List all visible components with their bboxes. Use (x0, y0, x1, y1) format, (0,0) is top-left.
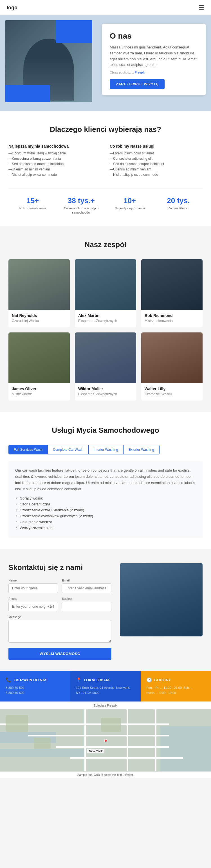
hamburger-icon[interactable]: ☰ (199, 4, 204, 11)
services-section: Usługi Mycia Samochodowego Full Services… (0, 412, 211, 549)
team-member-role: Ekspert ds. Zewnętrznych (78, 392, 133, 396)
email-input[interactable] (62, 584, 111, 593)
team-card: Alex Martin Ekspert ds. Zewnętrznych (75, 259, 136, 328)
stat-label: Całkowita liczba umytych samochodów (57, 206, 106, 215)
services-tab[interactable]: Complete Car Wash (48, 445, 89, 454)
team-title: Nasz zespół (8, 240, 203, 249)
service-checklist-item: Gorący wossk (15, 496, 196, 500)
phone-label: Phone (8, 597, 58, 600)
map-road-v3 (155, 709, 156, 771)
stat-number: 15+ (8, 196, 57, 205)
contact-photo (120, 563, 203, 637)
map-footer: Sample text. Click to select the Text El… (0, 771, 211, 778)
stat-item: 15+ Rok doświadczenia (8, 196, 57, 215)
hero-image-credit: Obraz pochodzi z Freepik (110, 70, 198, 75)
form-group-phone: Phone (8, 597, 58, 611)
service-checklist-item: Ozona ceramiczna (15, 502, 196, 506)
contact-photo-inner (120, 563, 203, 637)
team-photo (8, 259, 70, 310)
stat-item: 20 tys. Zaufani Klienci (154, 196, 203, 215)
subject-label: Subject (62, 597, 111, 600)
team-grid: Nat Reynolds Czarodziej Wosku Alex Marti… (8, 259, 203, 401)
services-tabs: Full Services WashComplete Car WashInter… (8, 445, 160, 455)
service-checklist-item: Wyczyszczenie okien (15, 526, 196, 530)
info-card-header: 🕐 GODZINY (146, 677, 205, 683)
contact-image-credit: Zdjęcia z Freepik (0, 702, 211, 709)
stat-number: 20 tys. (154, 196, 203, 205)
why-col2-list: Lorem ipsum dolor sit ametConsectetur ad… (110, 151, 203, 177)
logo: logo (7, 5, 17, 11)
team-card: Nat Reynolds Czarodziej Wosku (8, 259, 70, 328)
contact-section: Skontaktuj się z nami Name Email Phone S… (0, 549, 211, 671)
team-member-name: Wiktor Muller (78, 386, 133, 391)
team-photo (141, 333, 203, 383)
hero-section: O nas Massa ultrices mi quis hendrerit. … (0, 15, 211, 111)
form-group-email: Email (62, 579, 111, 593)
name-input[interactable] (8, 584, 58, 593)
info-card-line: Pon. - Pt. ... 11:00 - 21:00, Sob. - (146, 685, 205, 690)
info-card-icon: 📍 (76, 677, 81, 683)
map-pin (104, 739, 107, 742)
team-member-role: Mistrz polerowania (145, 319, 199, 323)
hero-image (5, 20, 92, 102)
why-section: Dlaczego klienci wybierają nas? Najlepsz… (0, 111, 211, 226)
image-credit-link[interactable]: Freepik (135, 71, 145, 74)
info-cards: 📞 ZADZWOŃ DO NAS 8-800-70-5008-800-70-60… (0, 671, 211, 702)
services-text: Our car wash facilities feature flat-bel… (15, 467, 196, 492)
hero-title: O nas (110, 32, 198, 40)
info-card-line: 8-800-70-500 (6, 685, 65, 690)
hero-paragraph: Massa ultrices mi quis hendrerit. Ac ut … (110, 44, 198, 68)
submit-button[interactable]: WYŚLIJ WIADOMOŚĆ (8, 648, 111, 660)
team-section: Nasz zespół Nat Reynolds Czarodziej Wosk… (0, 226, 211, 412)
stat-item: 38 tys.+ Całkowita liczba umytych samoch… (57, 196, 106, 215)
team-member-role: Mistrz wnętrz (12, 392, 66, 396)
why-col-2: Co robimy Nasze usługi Lorem ipsum dolor… (110, 144, 203, 178)
navbar: logo ☰ (0, 0, 211, 15)
subject-input[interactable] (62, 602, 111, 611)
phone-input[interactable] (8, 602, 58, 611)
hero-card: O nas Massa ultrices mi quis hendrerit. … (102, 24, 206, 95)
team-card: Walter Lilly Czarodziej Wosku (141, 333, 203, 401)
info-card-title: ZADZWOŃ DO NAS (13, 678, 47, 682)
why-col1-item: Sed do eiusmod moment incididunt (8, 162, 101, 166)
contact-title: Skontaktuj się z nami (8, 563, 111, 572)
message-label: Message (8, 615, 111, 619)
map-water-3 (161, 726, 211, 771)
why-col2-item: Ut enim ad minim veniam (110, 167, 203, 171)
team-member-name: Bob Richmond (145, 313, 199, 318)
info-card: 🕐 GODZINY Pon. - Pt. ... 11:00 - 21:00, … (141, 671, 211, 702)
services-tab[interactable]: Exterior Washing (124, 445, 159, 454)
why-col1-item: Obcynum wiele usług w twojej cenie (8, 151, 101, 155)
why-col1-item: Nisl ut aliquip ex ea commodo (8, 173, 101, 177)
team-member-role: Czarodziej Wosku (12, 319, 66, 323)
hero-accent-bottom (5, 85, 50, 102)
map-green-2 (34, 738, 50, 749)
info-card-line: 121 Rock Street, 21 Avenue, New york, (76, 685, 135, 690)
why-col2-item: Sed do eiusmod tempor incididunt (110, 162, 203, 166)
info-card-line: NY 121103-9000 (76, 690, 135, 695)
name-label: Name (8, 579, 58, 582)
why-col2-item: Lorem ipsum dolor sit amet (110, 151, 203, 155)
message-textarea[interactable] (8, 620, 111, 643)
info-card-title: LOKALIZACJA (84, 678, 110, 682)
map-road-h3 (56, 746, 169, 748)
map-water-2 (0, 749, 84, 757)
reserve-button[interactable]: ZAREZERWUJ WIZYTĘ (110, 79, 165, 89)
why-col2-title: Co robimy Nasze usługi (110, 144, 203, 149)
team-member-name: Alex Martin (78, 313, 133, 318)
form-group-message: Message (8, 615, 111, 643)
map-road-v1 (84, 709, 86, 771)
why-col1-item: Konsectura elitarną zaczerniania (8, 157, 101, 161)
stat-item: 10+ Nagrody i wyróżnienia (106, 196, 154, 215)
map-section: New York (0, 709, 211, 771)
stat-label: Zaufani Klienci (154, 206, 203, 211)
why-col1-item: Ut enim ad minim veniam (8, 167, 101, 171)
map-green-1 (6, 715, 28, 732)
services-tab[interactable]: Full Services Wash (9, 445, 48, 454)
info-card-icon: 📞 (6, 677, 11, 683)
service-checklist-item: Odkurzanie wnętrza (15, 520, 196, 524)
info-card-icon: 🕐 (146, 677, 152, 683)
info-card-header: 📍 LOKALIZACJA (76, 677, 135, 683)
services-title: Usługi Mycia Samochodowego (8, 426, 203, 435)
services-tab[interactable]: Interior Washing (89, 445, 124, 454)
